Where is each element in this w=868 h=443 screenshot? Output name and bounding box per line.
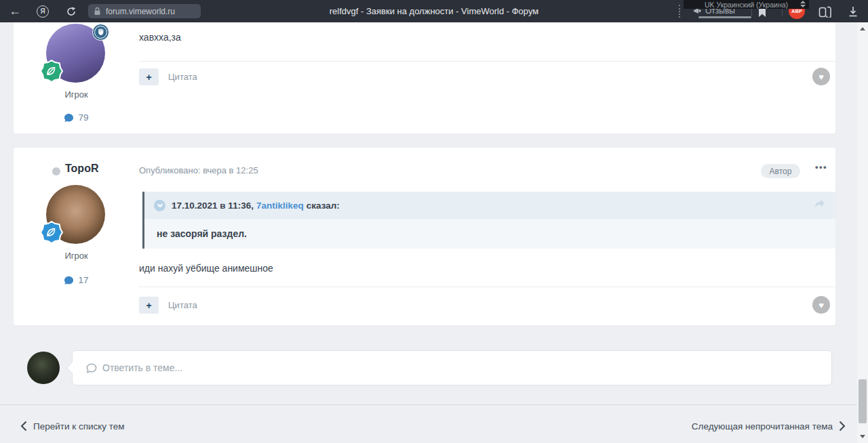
- collections-icon: [818, 5, 832, 18]
- post2-user-role: Игрок: [14, 251, 139, 261]
- scrollbar-thumb[interactable]: [859, 379, 867, 423]
- post-card-2: TopoR Опубликовано: вчера в 12:25 Автор …: [14, 148, 835, 325]
- back-arrow-icon: ←: [9, 4, 21, 18]
- post2-comment-count[interactable]: 17: [14, 275, 139, 285]
- post2-options-menu-button[interactable]: •••: [815, 162, 827, 172]
- chevron-right-icon: [839, 421, 846, 431]
- download-arrow-icon: [848, 6, 859, 18]
- quote-header: 17.10.2021 в 11:36,7antiklikeqсказал:: [144, 192, 835, 219]
- browser-tab-title: relfdvgf - Заявки на должности - VimeWor…: [224, 0, 644, 22]
- back-to-topic-list-link[interactable]: Перейти к списку тем: [20, 421, 125, 431]
- reply-bubble-icon: [86, 363, 97, 373]
- quote-said-label: сказал:: [307, 201, 340, 211]
- post2-author-name[interactable]: TopoR: [65, 163, 98, 175]
- post2-multiquote-button[interactable]: +: [139, 297, 159, 314]
- post1-user-role: Игрок: [14, 89, 139, 100]
- speech-bubble-icon: [64, 276, 74, 285]
- yandex-logo-icon: Я: [37, 5, 49, 18]
- next-unread-topic-label: Следующая непрочитанная тема: [692, 421, 833, 431]
- scrollbar-up-arrow[interactable]: [860, 27, 865, 30]
- post2-offline-status-dot: [52, 167, 60, 175]
- heart-icon: ♥: [818, 300, 824, 310]
- scrollbar-down-arrow[interactable]: [860, 435, 865, 438]
- post2-like-button[interactable]: ♥: [812, 296, 830, 314]
- post2-quote-block[interactable]: 17.10.2021 в 11:36,7antiklikeqсказал: не…: [142, 192, 835, 249]
- back-to-topic-list-label: Перейти к списку тем: [33, 421, 125, 431]
- url-text: forum.vimeworld.ru: [106, 7, 175, 16]
- post1-multiquote-button[interactable]: +: [139, 68, 159, 85]
- forum-topic-page: Игрок 79 хавхха,за + Цитата ♥ TopoR Опуб…: [0, 22, 868, 443]
- quote-meta: 17.10.2021 в 11:36,7antiklikeqсказал:: [172, 201, 340, 211]
- post2-published-time: Опубликовано: вчера в 12:25: [139, 165, 258, 175]
- plus-icon: +: [146, 300, 151, 311]
- post1-divider: [139, 61, 835, 62]
- leaf-badge-green-icon: [40, 60, 63, 83]
- post2-comment-count-value: 17: [78, 275, 88, 285]
- post1-comment-count[interactable]: 79: [14, 112, 139, 123]
- extensions-divider-handle[interactable]: [679, 5, 681, 18]
- reviews-underline: [698, 16, 751, 18]
- spinner-arrows-icon[interactable]: [800, 1, 806, 7]
- post-card-1: Игрок 79 хавхха,за + Цитата ♥: [14, 22, 835, 133]
- reply-input[interactable]: [102, 362, 713, 373]
- quote-date: 17.10.2021 в 11:36,: [172, 201, 254, 211]
- collections-button[interactable]: [816, 3, 834, 20]
- footer-divider: [0, 404, 857, 405]
- plus-icon: +: [146, 72, 151, 83]
- quote-share-arrow-icon[interactable]: [814, 198, 826, 211]
- browser-back-button[interactable]: ←: [5, 2, 24, 20]
- abp-label: ABP: [791, 8, 802, 14]
- current-user-avatar[interactable]: [27, 352, 60, 384]
- lock-icon: [94, 7, 101, 16]
- heart-icon: ♥: [818, 72, 824, 82]
- post2-content: иди нахуй уёбище анимешное: [139, 263, 273, 274]
- reply-composer[interactable]: [72, 350, 832, 385]
- post2-quote-link[interactable]: Цитата: [168, 300, 197, 310]
- address-bar[interactable]: forum.vimeworld.ru: [88, 4, 201, 18]
- post2-author-badge: Автор: [761, 164, 800, 178]
- composer-bubble-tail: [66, 362, 78, 374]
- post1-quote-link[interactable]: Цитата: [168, 72, 197, 82]
- language-selector-value: UK Украинский (Украина): [705, 1, 788, 9]
- post1-content: хавхха,за: [139, 32, 181, 43]
- page-scrollbar[interactable]: [857, 22, 868, 443]
- browser-refresh-button[interactable]: [62, 2, 81, 20]
- post1-like-button[interactable]: ♥: [812, 68, 830, 85]
- language-selector-dropdown[interactable]: UK Украинский (Украина): [684, 0, 809, 9]
- speech-bubble-icon: [64, 113, 74, 123]
- yandex-home-button[interactable]: Я: [33, 2, 52, 20]
- quote-author-link[interactable]: 7antiklikeq: [256, 201, 304, 211]
- screen: ← Я forum.vimeworld.ru relfdvgf - Заявки…: [0, 0, 868, 443]
- next-unread-topic-link[interactable]: Следующая непрочитанная тема: [692, 421, 846, 431]
- post2-divider: [139, 287, 835, 287]
- leaf-badge-blue-icon: [40, 221, 63, 244]
- collapse-chevron-icon[interactable]: [154, 200, 165, 211]
- post1-comment-count-value: 79: [78, 112, 88, 123]
- browser-toolbar: ← Я forum.vimeworld.ru relfdvgf - Заявки…: [0, 0, 868, 22]
- raised-hand-badge-icon: [92, 24, 109, 41]
- downloads-button[interactable]: [844, 3, 862, 20]
- chevron-left-icon: [20, 421, 27, 431]
- refresh-icon: [66, 6, 77, 17]
- quote-body-text: не засоряй раздел.: [144, 219, 835, 249]
